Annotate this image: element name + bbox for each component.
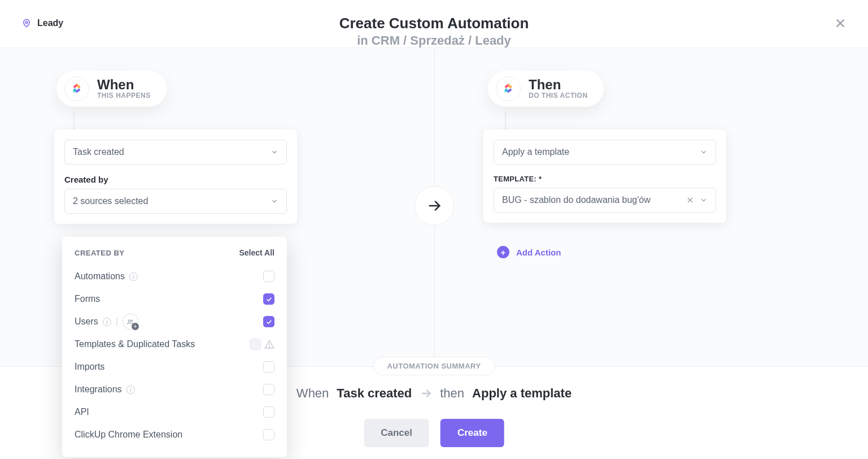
flow-arrow — [415, 186, 454, 226]
checkbox[interactable] — [263, 271, 274, 282]
select-all-link[interactable]: Select All — [239, 248, 274, 257]
summary-then-value: Apply a template — [472, 386, 572, 401]
checkbox — [250, 339, 261, 350]
then-pill: Then DO THIS ACTION — [488, 71, 604, 107]
created-by-label: Created by — [64, 175, 287, 184]
option-label: Forms — [75, 294, 100, 304]
dropdown-option[interactable]: Forms — [75, 288, 274, 310]
cancel-button[interactable]: Cancel — [364, 419, 429, 447]
created-by-value: 2 sources selected — [73, 196, 148, 206]
trigger-card: Task created Created by 2 sources select… — [54, 129, 297, 224]
template-label: TEMPLATE: * — [494, 175, 716, 183]
dropdown-title: CREATED BY — [75, 249, 125, 257]
checkbox[interactable] — [263, 293, 274, 305]
info-icon[interactable]: i — [103, 318, 111, 326]
plus-icon: + — [497, 246, 509, 258]
divider: | — [116, 317, 118, 327]
checkbox[interactable] — [263, 406, 274, 418]
clickup-logo-icon — [64, 76, 89, 101]
chevron-down-icon — [271, 148, 278, 156]
dropdown-option[interactable]: Templates & Duplicated Tasks — [75, 333, 274, 356]
checkbox[interactable] — [263, 384, 274, 395]
then-title: Then — [529, 78, 588, 92]
dropdown-option[interactable]: ClickUp Chrome Extension — [75, 423, 274, 446]
chevron-down-icon — [271, 197, 278, 205]
location-pin-icon — [21, 18, 32, 28]
summary-then-prefix: then — [440, 386, 464, 401]
automation-canvas: When THIS HAPPENS Then DO THIS ACTION Ta… — [0, 47, 868, 366]
when-pill: When THIS HAPPENS — [56, 71, 167, 107]
clickup-logo-icon — [496, 76, 521, 101]
breadcrumb[interactable]: Leady — [21, 18, 63, 28]
option-label: Integrations — [75, 384, 122, 395]
then-subtitle: DO THIS ACTION — [529, 92, 588, 99]
template-value: BUG - szablon do dodawania bug'ów — [502, 195, 651, 205]
create-button[interactable]: Create — [440, 419, 504, 447]
checkbox[interactable] — [263, 361, 274, 373]
warning-icon[interactable] — [264, 339, 274, 349]
svg-point-7 — [131, 319, 133, 321]
option-label: Templates & Duplicated Tasks — [75, 339, 195, 349]
add-action-button[interactable]: + Add Action — [497, 246, 561, 258]
action-select[interactable]: Apply a template — [494, 140, 716, 164]
created-by-select[interactable]: 2 sources selected — [64, 189, 287, 214]
option-label: Imports — [75, 362, 104, 372]
trigger-select[interactable]: Task created — [64, 140, 287, 164]
svg-point-6 — [129, 319, 130, 321]
action-select-value: Apply a template — [502, 147, 569, 157]
option-label: Users — [75, 317, 98, 327]
dropdown-option[interactable]: Usersi| — [75, 310, 274, 333]
arrow-right-icon — [420, 387, 432, 400]
modal-header: Leady Create Custom Automation in CRM / … — [0, 0, 868, 47]
checkbox[interactable] — [263, 429, 274, 440]
chevron-down-icon — [700, 196, 708, 204]
info-icon[interactable]: i — [129, 272, 138, 281]
page-title: Create Custom Automation — [339, 15, 529, 32]
svg-point-0 — [25, 21, 28, 24]
summary-line: When Task created then Apply a template — [296, 386, 572, 401]
dropdown-option[interactable]: API — [75, 401, 274, 423]
add-action-label: Add Action — [516, 248, 561, 257]
chevron-down-icon — [700, 148, 708, 156]
when-subtitle: THIS HAPPENS — [97, 92, 151, 99]
svg-point-9 — [269, 347, 270, 347]
option-label: ClickUp Chrome Extension — [75, 430, 182, 440]
add-users-icon[interactable] — [123, 314, 138, 330]
trigger-select-value: Task created — [73, 147, 124, 157]
summary-chip: AUTOMATION SUMMARY — [373, 357, 495, 375]
dropdown-option[interactable]: Imports — [75, 356, 274, 378]
close-button[interactable] — [834, 17, 847, 29]
when-title: When — [97, 78, 151, 92]
summary-when-prefix: When — [296, 386, 329, 401]
summary-when-value: Task created — [337, 386, 412, 401]
option-label: Automations — [75, 271, 125, 282]
page-subtitle: in CRM / Sprzedaż / Leady — [339, 33, 529, 48]
created-by-dropdown: CREATED BY Select All AutomationsiFormsU… — [62, 237, 287, 457]
dropdown-option[interactable]: Integrationsi — [75, 378, 274, 401]
dropdown-option[interactable]: Automationsi — [75, 265, 274, 288]
breadcrumb-location: Leady — [37, 18, 63, 28]
info-icon[interactable]: i — [127, 386, 135, 394]
clear-icon[interactable] — [686, 196, 694, 204]
action-card: Apply a template TEMPLATE: * BUG - szabl… — [483, 129, 726, 223]
checkbox[interactable] — [263, 316, 274, 327]
option-label: API — [75, 407, 89, 417]
template-select[interactable]: BUG - szablon do dodawania bug'ów — [494, 188, 716, 213]
